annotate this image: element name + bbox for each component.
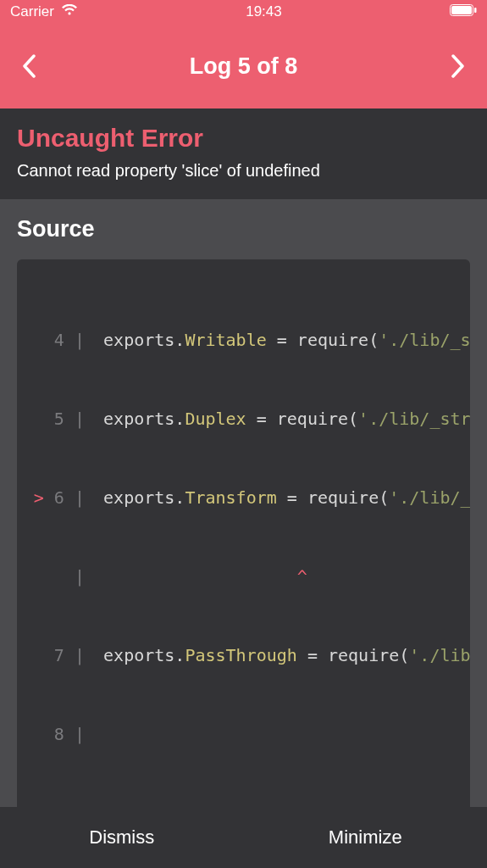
code-line: 4 | exports.Writable = require('./lib/_s…: [17, 327, 470, 353]
code-line: 7 | exports.PassThrough = require('./lib…: [17, 643, 470, 669]
source-code: 4 | exports.Writable = require('./lib/_s…: [17, 259, 470, 807]
source-block: 4 | exports.Writable = require('./lib/_s…: [17, 259, 470, 807]
error-message: Cannot read property 'slice' of undefine…: [17, 161, 470, 181]
status-right: [450, 3, 477, 20]
status-left: Carrier: [10, 3, 78, 20]
chevron-right-icon: [451, 54, 465, 78]
error-banner: Uncaught Error Cannot read property 'sli…: [0, 108, 487, 199]
carrier-label: Carrier: [10, 3, 54, 20]
svg-rect-1: [451, 6, 472, 14]
source-heading: Source: [17, 216, 470, 242]
status-bar: Carrier 19:43: [0, 0, 487, 24]
battery-icon: [450, 3, 477, 20]
status-time: 19:43: [78, 3, 450, 20]
nav-bar: Log 5 of 8: [0, 24, 487, 108]
code-line: 5 | exports.Duplex = require('./lib/_str…: [17, 406, 470, 432]
bottom-bar: Dismiss Minimize: [0, 807, 487, 868]
wifi-icon: [61, 3, 78, 20]
page-title: Log 5 of 8: [190, 53, 298, 80]
minimize-button[interactable]: Minimize: [244, 810, 488, 865]
error-title: Uncaught Error: [17, 124, 470, 153]
dismiss-button[interactable]: Dismiss: [0, 810, 244, 865]
code-caret-line: | ^: [17, 564, 470, 590]
code-line: 8 |: [17, 721, 470, 748]
forward-button[interactable]: [448, 51, 468, 81]
svg-rect-2: [474, 8, 477, 13]
code-line-highlighted: > 6 | exports.Transform = require('./lib…: [17, 485, 470, 511]
chevron-left-icon: [22, 54, 36, 78]
back-button[interactable]: [19, 51, 39, 81]
content-scroll[interactable]: Source 4 | exports.Writable = require('.…: [0, 199, 487, 807]
